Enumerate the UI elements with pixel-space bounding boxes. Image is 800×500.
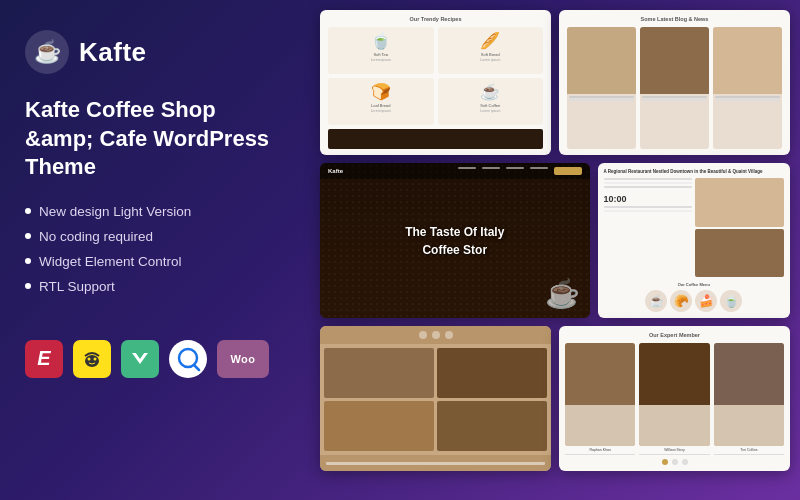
recipe-icon: 🍵: [371, 31, 391, 50]
blog-thumb-3: [713, 27, 782, 149]
right-panel: Our Trendy Recipes 🍵 Soft Tea Lorem ipsu…: [310, 0, 800, 500]
team-grid: Raphan Khan William Story: [565, 343, 784, 455]
logo-text: Kafte: [79, 37, 147, 68]
team-member-2: William Story: [639, 343, 709, 455]
bullet-icon: [25, 283, 31, 289]
logo-area: ☕ Kafte: [25, 30, 285, 74]
bullet-icon: [25, 208, 31, 214]
woo-badge: Woo: [217, 340, 269, 378]
feature-item: New design Light Version: [25, 204, 285, 219]
vue-badge: [121, 340, 159, 378]
mailchimp-badge: [73, 340, 111, 378]
hero-screenshot: Kafte The Taste Of ItalyCoffee Stor ☕: [320, 163, 590, 318]
theme-title: Kafte Coffee Shop &amp; Cafe WordPress T…: [25, 96, 285, 182]
blog-title: Some Latest Blog & News: [567, 16, 782, 22]
menu-screenshot: [320, 326, 551, 471]
coffee-menu-label: Our Coffee Menu: [604, 282, 785, 287]
plugins-row: E Woo: [25, 340, 285, 378]
recipes-screenshot: Our Trendy Recipes 🍵 Soft Tea Lorem ipsu…: [320, 10, 551, 155]
bullet-icon: [25, 233, 31, 239]
team-name-3: Tori Collins: [740, 448, 757, 452]
about-screenshot: A Regional Restaurant Nestled Downtown i…: [598, 163, 791, 318]
blog-thumb-2: [640, 27, 709, 149]
team-name-1: Raphan Khan: [589, 448, 610, 452]
elementor-badge: E: [25, 340, 63, 378]
hero-text-area: The Taste Of ItalyCoffee Stor: [405, 223, 504, 259]
menu-footer: [320, 455, 551, 471]
recipe-item: ☕ Soft Coffee Lorem ipsum: [438, 78, 544, 125]
recipe-icon: 🥖: [480, 31, 500, 50]
svg-line-8: [194, 365, 199, 370]
menu-photo-2: [437, 348, 547, 398]
recipe-item: 🥖 Soft Bread Lorem ipsum: [438, 27, 544, 74]
logo-icon: ☕: [25, 30, 69, 74]
hero-nav-links: [458, 167, 582, 175]
menu-photo-3: [324, 401, 434, 451]
team-name-2: William Story: [664, 448, 684, 452]
vue-icon: [129, 348, 151, 370]
top-row: Our Trendy Recipes 🍵 Soft Tea Lorem ipsu…: [320, 10, 790, 155]
recipes-footer: [328, 129, 543, 149]
menu-photo-4: [437, 401, 547, 451]
team-screenshot: Our Expert Member Raphan Khan: [559, 326, 790, 471]
feature-item: Widget Element Control: [25, 254, 285, 269]
recipe-icon: ☕: [480, 82, 500, 101]
about-text-col: 10:00: [604, 178, 693, 277]
features-list: New design Light Version No coding requi…: [25, 204, 285, 304]
recipe-item: 🍞 Loaf Bread Lorem ipsum: [328, 78, 434, 125]
menu-photo-1: [324, 348, 434, 398]
about-title: A Regional Restaurant Nestled Downtown i…: [604, 169, 785, 175]
feature-item: No coding required: [25, 229, 285, 244]
team-member-1: Raphan Khan: [565, 343, 635, 455]
svg-text:☕: ☕: [34, 38, 62, 65]
left-panel: ☕ Kafte Kafte Coffee Shop &amp; Cafe Wor…: [0, 0, 310, 500]
query-badge: [169, 340, 207, 378]
team-title: Our Expert Member: [565, 332, 784, 338]
bullet-icon: [25, 258, 31, 264]
recipe-label: Loaf Bread: [371, 103, 391, 108]
recipe-icon: 🍞: [371, 82, 391, 101]
hero-nav-logo: Kafte: [328, 168, 343, 174]
hero-coffee-icon: ☕: [545, 277, 580, 310]
team-pagination: [565, 459, 784, 465]
svg-point-4: [94, 357, 97, 360]
team-member-3: Tori Collins: [714, 343, 784, 455]
menu-photo-grid: [320, 344, 551, 455]
mailchimp-icon: [81, 348, 103, 370]
bottom-row: Our Expert Member Raphan Khan: [320, 326, 790, 471]
recipes-title: Our Trendy Recipes: [328, 16, 543, 22]
recipe-label: Soft Bread: [481, 52, 500, 57]
hero-title: The Taste Of ItalyCoffee Stor: [405, 223, 504, 259]
svg-point-3: [88, 357, 91, 360]
recipe-item: 🍵 Soft Tea Lorem ipsum: [328, 27, 434, 74]
blog-thumb-1: [567, 27, 636, 149]
about-image-col: [695, 178, 784, 277]
query-icon: [174, 345, 202, 373]
svg-point-2: [85, 355, 99, 367]
feature-item: RTL Support: [25, 279, 285, 294]
middle-row: Kafte The Taste Of ItalyCoffee Stor ☕ A …: [320, 163, 790, 318]
coffee-menu-items: ☕ 🥐 🍰 🍵: [604, 290, 785, 312]
hero-nav: Kafte: [320, 163, 590, 179]
recipe-label: Soft Coffee: [480, 103, 500, 108]
recipe-label: Soft Tea: [373, 52, 388, 57]
svg-marker-5: [132, 353, 148, 364]
blog-screenshot: Some Latest Blog & News: [559, 10, 790, 155]
menu-header: [320, 326, 551, 344]
